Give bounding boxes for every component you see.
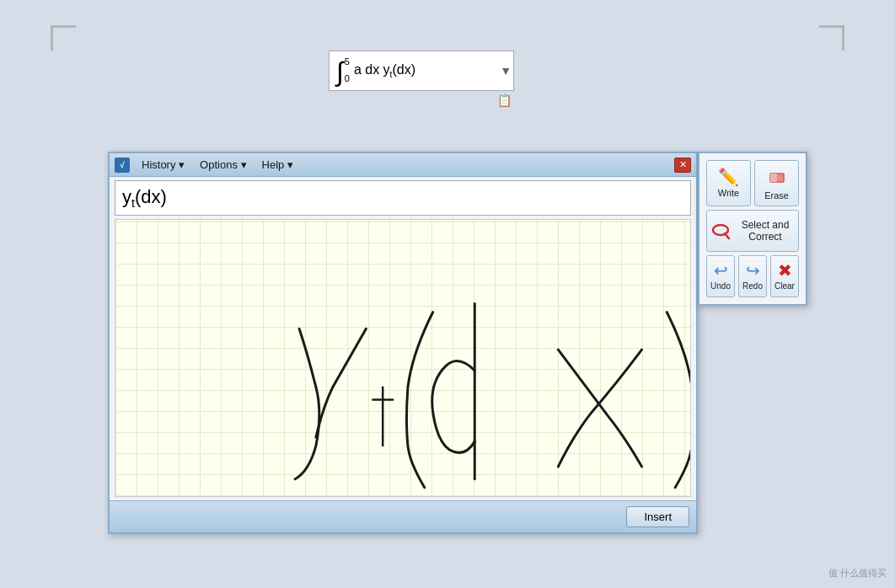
- erase-icon: [768, 167, 786, 188]
- clear-icon: ✖: [778, 262, 792, 279]
- handwriting-svg: [115, 220, 690, 496]
- menu-history[interactable]: History ▾: [135, 157, 191, 173]
- write-button[interactable]: ✏️ Write: [706, 160, 751, 206]
- menu-help[interactable]: Help ▾: [255, 157, 300, 173]
- corner-bracket-tr: [819, 25, 844, 51]
- erase-button[interactable]: Erase: [754, 160, 799, 206]
- tool-row-write-erase: ✏️ Write Erase: [706, 160, 799, 206]
- select-correct-button[interactable]: Select and Correct: [706, 210, 799, 252]
- write-icon: ✏️: [718, 168, 739, 185]
- menu-options[interactable]: Options ▾: [193, 157, 253, 173]
- formula-text: ∫ 5 0 a dx yt(dx): [336, 56, 415, 85]
- undo-icon: ↩: [714, 262, 728, 279]
- redo-icon: ↪: [746, 262, 760, 279]
- watermark: 值 什么值得买: [828, 567, 887, 580]
- redo-button[interactable]: ↪ Redo: [738, 255, 767, 297]
- select-icon: [710, 220, 731, 243]
- formula-preview-box: ∫ 5 0 a dx yt(dx) ▼ 📋: [329, 51, 514, 91]
- integral-symbol: ∫: [336, 58, 344, 85]
- tool-panel: ✏️ Write Erase Select and Correct: [698, 152, 807, 306]
- svg-rect-1: [770, 174, 777, 182]
- formula-content: a dx yt(dx): [354, 62, 415, 79]
- handwriting-canvas[interactable]: [115, 219, 691, 497]
- tool-row-select: Select and Correct: [706, 210, 799, 252]
- output-text: yt(dx): [122, 186, 167, 210]
- corner-bracket-tl: [51, 25, 76, 51]
- window-titlebar: √ History ▾ Options ▾ Help ▾ ✕: [110, 153, 696, 177]
- insert-button[interactable]: Insert: [626, 506, 689, 527]
- window-menu: History ▾ Options ▾ Help ▾: [135, 157, 669, 173]
- undo-button[interactable]: ↩ Undo: [706, 255, 735, 297]
- clear-button[interactable]: ✖ Clear: [770, 255, 799, 297]
- math-input-panel: √ History ▾ Options ▾ Help ▾ ✕ yt(dx): [108, 152, 698, 534]
- scroll-indicator: ▼: [500, 64, 512, 78]
- window-icon: √: [115, 158, 130, 173]
- window-footer: Insert: [110, 500, 696, 532]
- clipboard-icon: 📋: [497, 94, 512, 107]
- upper-limit: 5: [345, 56, 350, 67]
- tool-row-undo-redo-clear: ↩ Undo ↪ Redo ✖ Clear: [706, 255, 799, 297]
- lower-limit: 0: [345, 73, 350, 83]
- output-field: yt(dx): [115, 180, 691, 216]
- close-button[interactable]: ✕: [674, 158, 691, 173]
